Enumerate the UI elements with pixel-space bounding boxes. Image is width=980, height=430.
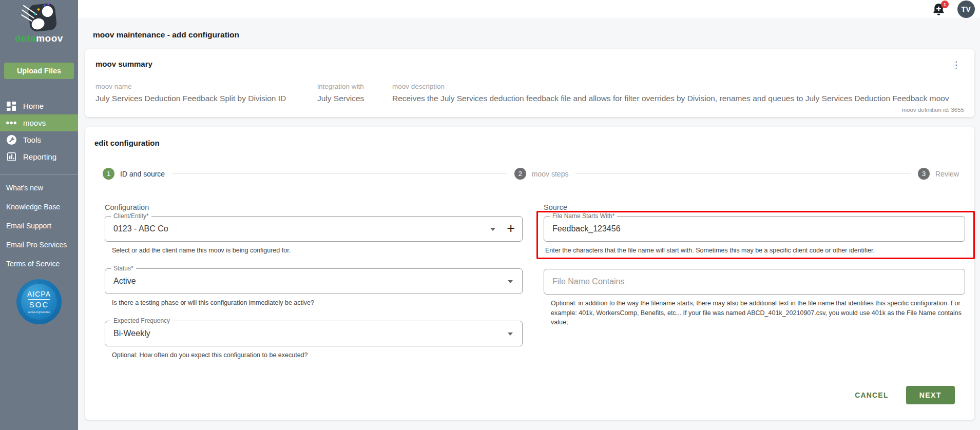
soc-badge-url-text: aicpa.org/soc4so bbox=[28, 310, 50, 314]
summary-field-integration-with: integration with July Services bbox=[317, 83, 392, 103]
file-name-starts-with-input[interactable] bbox=[544, 217, 965, 241]
avatar[interactable]: TV bbox=[957, 1, 975, 18]
page-title: moov maintenance - add configuration bbox=[93, 30, 974, 40]
field-label: moov description bbox=[392, 83, 964, 90]
link-knowledge-base[interactable]: Knowledge Base bbox=[6, 203, 78, 211]
client-entity-helper-text: Select or add the client name this moov … bbox=[112, 246, 523, 256]
page-content: moov maintenance - add configuration moo… bbox=[78, 19, 980, 420]
sidebar-links: What's new Knowledge Base Email Support … bbox=[0, 184, 78, 268]
kebab-menu-icon[interactable]: ⋮ bbox=[948, 60, 964, 70]
brand-name: detamoov bbox=[0, 33, 78, 44]
client-entity-select[interactable]: Client/Entity* 0123 - ABC Co + bbox=[105, 216, 523, 242]
summary-card-title: moov summary bbox=[95, 60, 152, 68]
moovs-dots-icon bbox=[5, 121, 17, 125]
step-moov-steps[interactable]: 2 moov steps bbox=[514, 168, 569, 180]
sidebar-item-home[interactable]: Home bbox=[0, 97, 78, 114]
nav-label: Home bbox=[23, 102, 44, 110]
tools-wrench-icon bbox=[5, 135, 17, 145]
next-button[interactable]: NEXT bbox=[906, 386, 955, 404]
chevron-down-icon bbox=[508, 333, 513, 336]
edit-configuration-card: edit configuration 1 ID and source 2 moo… bbox=[85, 127, 974, 420]
step-review[interactable]: 3 Review bbox=[918, 168, 959, 180]
expected-frequency-field-group: Expected Frequency Bi-Weekly Optional: H… bbox=[105, 321, 523, 360]
step-number: 1 bbox=[103, 168, 114, 180]
logo: detamoov bbox=[0, 0, 78, 44]
step-label: ID and source bbox=[120, 170, 165, 178]
form-actions: CANCEL NEXT bbox=[853, 386, 955, 404]
step-id-and-source[interactable]: 1 ID and source bbox=[103, 168, 165, 180]
client-entity-label: Client/Entity* bbox=[111, 213, 151, 220]
nav-label: Reporting bbox=[23, 152, 56, 161]
link-email-support[interactable]: Email Support bbox=[6, 222, 78, 230]
file-name-contains-field bbox=[544, 269, 965, 295]
summary-field-moov-description: moov description Receives the July Servi… bbox=[392, 83, 964, 103]
expected-frequency-label: Expected Frequency bbox=[111, 318, 172, 324]
file-name-contains-field-group: Optional: in addition to the way the fil… bbox=[544, 269, 965, 327]
nav-label: moovs bbox=[23, 119, 46, 127]
nav-label: Tools bbox=[23, 135, 41, 144]
sidebar-item-tools[interactable]: Tools bbox=[0, 131, 78, 148]
stepper: 1 ID and source 2 moov steps 3 Review bbox=[103, 168, 959, 180]
field-label: integration with bbox=[317, 83, 392, 90]
client-entity-value: 0123 - ABC Co bbox=[105, 217, 522, 241]
summary-fields: moov name July Services Deduction Feedba… bbox=[95, 83, 964, 103]
soc-badge-top-text: AICPA bbox=[27, 290, 51, 298]
sidebar: detamoov Upload Files Home m bbox=[0, 0, 78, 430]
link-terms-of-service[interactable]: Terms of Service bbox=[6, 260, 78, 268]
step-label: moov steps bbox=[532, 170, 569, 178]
configuration-column: Configuration Client/Entity* 0123 - ABC … bbox=[105, 203, 523, 373]
chevron-down-icon bbox=[508, 280, 513, 283]
source-section-header: Source bbox=[544, 203, 965, 211]
app-root: detamoov Upload Files Home m bbox=[0, 0, 980, 430]
main-area: 1 TV moov maintenance - add configuratio… bbox=[78, 0, 980, 430]
edit-card-title: edit configuration bbox=[94, 139, 965, 147]
file-name-contains-helper-text: Optional: in addition to the way the fil… bbox=[551, 299, 965, 327]
aicpa-soc-badge: AICPA SOC aicpa.org/soc4so bbox=[16, 279, 62, 324]
soc-badge-middle-text: SOC bbox=[29, 300, 49, 309]
step-connector bbox=[172, 173, 507, 174]
sidebar-nav: Home moovs Tools bbox=[0, 97, 78, 165]
status-field-group: Status* Active Is there a testing phase … bbox=[105, 268, 523, 308]
sidebar-divider bbox=[0, 174, 78, 174]
step-number: 3 bbox=[918, 168, 930, 180]
summary-field-moov-name: moov name July Services Deduction Feedba… bbox=[95, 83, 317, 103]
add-client-icon[interactable]: + bbox=[505, 217, 517, 240]
client-entity-field-group: Client/Entity* 0123 - ABC Co + Select or… bbox=[105, 216, 523, 256]
file-name-starts-with-field: File Name Starts With* bbox=[544, 216, 965, 242]
file-name-starts-with-helper-text: Enter the characters that the file name … bbox=[545, 246, 965, 256]
reporting-chart-icon bbox=[5, 152, 17, 161]
notification-count-badge: 1 bbox=[941, 1, 949, 8]
cancel-button[interactable]: CANCEL bbox=[853, 387, 891, 403]
field-value: Receives the July Services deduction fee… bbox=[392, 94, 964, 103]
home-dashboard-icon bbox=[5, 102, 17, 111]
status-value: Active bbox=[105, 269, 522, 294]
field-value: July Services Deduction Feedback Split b… bbox=[95, 94, 305, 103]
link-email-pro-services[interactable]: Email Pro Services bbox=[6, 241, 78, 249]
moov-summary-card: moov summary ⋮ moov name July Services D… bbox=[85, 49, 974, 117]
file-name-contains-input[interactable] bbox=[544, 269, 965, 294]
upload-files-button[interactable]: Upload Files bbox=[4, 63, 74, 79]
source-column: Source File Name Starts With* Enter the … bbox=[544, 203, 965, 373]
file-name-starts-with-label: File Name Starts With* bbox=[550, 213, 617, 220]
expected-frequency-select[interactable]: Expected Frequency Bi-Weekly bbox=[105, 321, 523, 346]
step-connector bbox=[575, 173, 911, 174]
configuration-section-header: Configuration bbox=[105, 203, 523, 211]
file-name-starts-with-highlight: File Name Starts With* Enter the charact… bbox=[536, 211, 975, 259]
field-value: July Services bbox=[317, 94, 392, 103]
step-label: Review bbox=[935, 170, 959, 178]
field-label: moov name bbox=[95, 83, 305, 90]
sidebar-item-moovs[interactable]: moovs bbox=[0, 114, 78, 131]
notifications-button[interactable]: 1 bbox=[932, 3, 945, 16]
status-helper-text: Is there a testing phase or will this co… bbox=[112, 298, 523, 308]
sidebar-item-reporting[interactable]: Reporting bbox=[0, 148, 78, 165]
configuration-form: Configuration Client/Entity* 0123 - ABC … bbox=[105, 203, 965, 373]
step-number: 2 bbox=[514, 168, 526, 180]
link-whats-new[interactable]: What's new bbox=[6, 184, 78, 192]
expected-frequency-value: Bi-Weekly bbox=[105, 321, 522, 346]
soc-badge-divider bbox=[28, 299, 50, 300]
status-label: Status* bbox=[111, 265, 136, 272]
chevron-down-icon bbox=[490, 228, 495, 231]
moov-definition-id: moov definition id: 3655 bbox=[95, 107, 964, 113]
status-select[interactable]: Status* Active bbox=[105, 268, 523, 294]
detamoov-logo-icon bbox=[21, 3, 57, 32]
